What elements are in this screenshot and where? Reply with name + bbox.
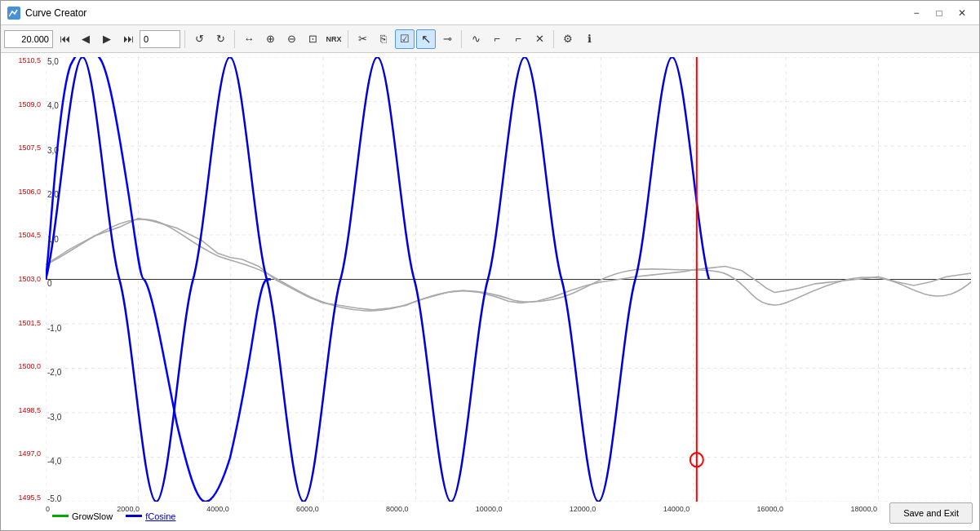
main-area: 1510,5 1509,0 1507,5 1506,0 1504,5 1503,…	[1, 53, 979, 530]
legend-label-fcosine[interactable]: fCosine	[145, 511, 175, 521]
x-label-4000: 4000,0	[206, 505, 229, 513]
legend-line-growslow	[52, 515, 69, 517]
x-label-6000: 6000,0	[296, 505, 319, 513]
y-label-10: 1495,5	[1, 494, 44, 502]
first-button[interactable]: ⏮	[55, 29, 74, 49]
y-axis-labels: 1510,5 1509,0 1507,5 1506,0 1504,5 1503,…	[1, 57, 46, 502]
zoom-out-button[interactable]: ⊖	[282, 29, 301, 49]
minimize-button[interactable]: −	[906, 5, 927, 21]
x-label-18000: 18000,0	[850, 505, 877, 513]
tool2-button[interactable]: ⊸	[437, 29, 457, 49]
pan-button[interactable]: ↔	[239, 29, 259, 49]
play-button[interactable]: ▶	[97, 29, 117, 49]
separator-5	[553, 30, 554, 48]
y-label-0: 1510,5	[1, 57, 44, 64]
legend-line-fcosine	[126, 515, 142, 517]
cursor-button[interactable]: ↖	[416, 29, 436, 49]
separator-2	[234, 30, 235, 48]
svg-text:-3,0: -3,0	[47, 412, 62, 421]
x-label-12000: 12000,0	[570, 505, 596, 513]
settings-button[interactable]: ⚙	[558, 29, 578, 49]
last-button[interactable]: ⏭	[118, 29, 138, 49]
y-label-5: 1503,0	[1, 276, 44, 283]
zoom-in-button[interactable]: ⊕	[260, 29, 280, 49]
legend-item-fcosine[interactable]: fCosine	[126, 511, 175, 521]
app-icon	[7, 7, 20, 20]
y-label-8: 1498,5	[1, 407, 44, 414]
legend-item-growslow: GrowSlow	[52, 511, 113, 521]
separator-4	[461, 30, 462, 48]
svg-text:-4,0: -4,0	[47, 457, 62, 466]
x-axis-labels: 0 2000,0 4000,0 6000,0 8000,0 10000,0 12…	[46, 502, 971, 530]
info-button[interactable]: ℹ	[579, 29, 599, 49]
chart-legend: GrowSlow fCosine	[46, 502, 175, 530]
y-label-3: 1506,0	[1, 188, 44, 196]
fit-button[interactable]: ⊡	[303, 29, 322, 49]
svg-text:5,0: 5,0	[47, 57, 59, 66]
y-label-4: 1504,5	[1, 232, 44, 239]
x-label-14000: 14000,0	[663, 505, 690, 513]
redo-button[interactable]: ↻	[211, 29, 230, 49]
x-label-10000: 10000,0	[476, 505, 503, 513]
main-window: Curve Creator − □ ✕ ⏮ ◀ ▶ ⏭ ↺ ↻ ↔ ⊕ ⊖ ⊡ …	[0, 0, 980, 531]
ramp-button[interactable]: ⌐	[508, 29, 528, 49]
delete-button[interactable]: ✕	[530, 29, 549, 49]
y-label-2: 1507,5	[1, 144, 44, 152]
select-button[interactable]: ☑	[395, 29, 415, 49]
maximize-button[interactable]: □	[929, 5, 950, 21]
nrx-button[interactable]: NRX	[324, 29, 344, 49]
index-input[interactable]	[140, 30, 180, 48]
window-controls: − □ ✕	[906, 5, 973, 21]
svg-text:-5,0: -5,0	[47, 494, 62, 502]
y-label-7: 1500,0	[1, 363, 44, 370]
copy-button[interactable]: ⎘	[374, 29, 393, 49]
title-text: Curve Creator	[25, 7, 901, 19]
x-label-16000: 16000,0	[757, 505, 784, 513]
separator-3	[348, 30, 348, 48]
svg-text:0: 0	[47, 279, 52, 288]
chart-svg: 5,0 4,0 3,0 2,0 1,0 0 -1,0 -2,0 -3,0 -4,…	[46, 57, 971, 502]
svg-text:-1,0: -1,0	[47, 323, 62, 332]
chart-container: 1510,5 1509,0 1507,5 1506,0 1504,5 1503,…	[1, 53, 979, 530]
x-label-8000: 8000,0	[386, 505, 409, 513]
value-input[interactable]	[4, 30, 53, 48]
y-label-9: 1497,0	[1, 450, 44, 458]
toolbar: ⏮ ◀ ▶ ⏭ ↺ ↻ ↔ ⊕ ⊖ ⊡ NRX ✂ ⎘ ☑ ↖ ⊸ ∿ ⌐ ⌐ …	[1, 25, 979, 53]
prev-button[interactable]: ◀	[76, 29, 95, 49]
svg-text:4,0: 4,0	[47, 101, 59, 110]
y-label-1: 1509,0	[1, 101, 44, 108]
save-exit-button[interactable]: Save and Exit	[889, 502, 973, 524]
wave-button[interactable]: ∿	[466, 29, 486, 49]
cut-button[interactable]: ✂	[353, 29, 372, 49]
undo-button[interactable]: ↺	[189, 29, 209, 49]
separator-1	[184, 30, 185, 48]
chart-drawing-area[interactable]: 5,0 4,0 3,0 2,0 1,0 0 -1,0 -2,0 -3,0 -4,…	[46, 57, 971, 502]
close-button[interactable]: ✕	[951, 5, 973, 21]
svg-text:-2,0: -2,0	[47, 368, 62, 377]
y-label-6: 1501,5	[1, 320, 44, 327]
legend-label-growslow: GrowSlow	[72, 511, 113, 521]
step-button[interactable]: ⌐	[487, 29, 507, 49]
title-bar: Curve Creator − □ ✕	[1, 1, 979, 25]
